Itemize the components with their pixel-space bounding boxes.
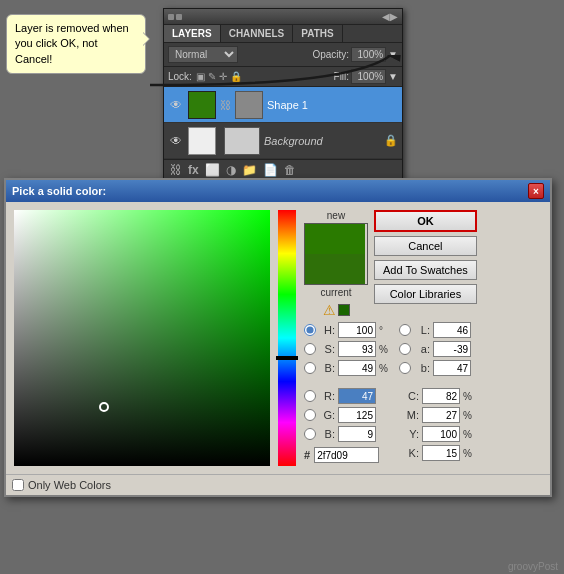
K-field-row: K: %: [399, 445, 475, 461]
new-group-icon[interactable]: 📁: [242, 163, 257, 177]
swatch-and-buttons: new current ⚠ OK Cancel Add To Swatches: [304, 210, 542, 318]
lock-paint-icon[interactable]: ✎: [208, 71, 216, 82]
web-colors-checkbox[interactable]: [12, 479, 24, 491]
eye-visibility-icon[interactable]: 👁: [168, 133, 184, 149]
B2-input[interactable]: [338, 426, 376, 442]
fill-arrow[interactable]: ▼: [388, 71, 398, 82]
b-radio[interactable]: [399, 362, 411, 374]
B-input[interactable]: [338, 360, 376, 376]
G-radio[interactable]: [304, 409, 316, 421]
Y-unit: %: [463, 429, 475, 440]
K-input[interactable]: [422, 445, 460, 461]
hex-row: #: [304, 447, 391, 463]
adjustment-icon[interactable]: ◑: [226, 163, 236, 177]
lock-row: Lock: ▣ ✎ ✛ 🔒 Fill: ▼: [164, 67, 402, 87]
C-input[interactable]: [422, 388, 460, 404]
warning-triangle-icon: ⚠: [323, 302, 336, 318]
titlebar-dot: [176, 14, 182, 20]
B2-field-row: B:: [304, 426, 391, 442]
layer-chain-icon: ⛓: [220, 99, 231, 111]
layer-thumbnail: [224, 127, 260, 155]
Y-input[interactable]: [422, 426, 460, 442]
lock-all-icon[interactable]: 🔒: [230, 71, 242, 82]
C-unit: %: [463, 391, 475, 402]
lock-move-icon[interactable]: ✛: [219, 71, 227, 82]
B2-radio[interactable]: [304, 428, 316, 440]
S-field-row: S: %: [304, 341, 391, 357]
a-radio[interactable]: [399, 343, 411, 355]
H-field-row: H: °: [304, 322, 391, 338]
L-input[interactable]: [433, 322, 471, 338]
add-mask-icon[interactable]: ⬜: [205, 163, 220, 177]
R-input[interactable]: [338, 388, 376, 404]
panel-collapse-icon[interactable]: ◀▶: [382, 11, 398, 22]
fx-icon[interactable]: fx: [188, 163, 199, 177]
B-radio[interactable]: [304, 362, 316, 374]
swatch-new-color[interactable]: [305, 224, 365, 254]
layers-tabs: LAYERS CHANNELS PATHS: [164, 25, 402, 43]
web-colors-label: Only Web Colors: [28, 479, 111, 491]
B2-label: B:: [319, 428, 335, 440]
color-gradient-picker[interactable]: [14, 210, 270, 466]
delete-layer-icon[interactable]: 🗑: [284, 163, 296, 177]
watermark: groovyPost: [508, 561, 558, 572]
action-buttons-column: OK Cancel Add To Swatches Color Librarie…: [374, 210, 477, 304]
G-label: G:: [319, 409, 335, 421]
R-radio[interactable]: [304, 390, 316, 402]
swatch-new-label: new: [304, 210, 368, 221]
dialog-titlebar: Pick a solid color: ×: [6, 180, 550, 202]
opacity-input[interactable]: [351, 47, 386, 62]
H-unit: °: [379, 325, 391, 336]
b-input[interactable]: [433, 360, 471, 376]
M-input[interactable]: [422, 407, 460, 423]
L-radio[interactable]: [399, 324, 411, 336]
M-field-row: M: %: [399, 407, 475, 423]
B-unit: %: [379, 363, 391, 374]
lab-cmyk-fields: L: a: b: C:: [399, 322, 475, 466]
table-row[interactable]: 👁 ⛓ Shape 1: [164, 87, 402, 123]
hue-slider-container[interactable]: [278, 210, 296, 466]
blend-mode-toolbar: Normal Opacity: ▼: [164, 43, 402, 67]
eye-visibility-icon[interactable]: 👁: [168, 97, 184, 113]
table-row[interactable]: 👁 Background 🔒: [164, 123, 402, 159]
add-to-swatches-button[interactable]: Add To Swatches: [374, 260, 477, 280]
H-radio[interactable]: [304, 324, 316, 336]
tab-paths[interactable]: PATHS: [293, 25, 342, 42]
G-input[interactable]: [338, 407, 376, 423]
panel-titlebar: ◀▶: [164, 9, 402, 25]
new-layer-icon[interactable]: 📄: [263, 163, 278, 177]
S-input[interactable]: [338, 341, 376, 357]
ok-button[interactable]: OK: [374, 210, 477, 232]
lock-icons: ▣ ✎ ✛ 🔒: [196, 71, 242, 82]
K-unit: %: [463, 448, 475, 459]
gamut-color-box[interactable]: [338, 304, 350, 316]
tab-layers[interactable]: LAYERS: [164, 25, 221, 42]
a-input[interactable]: [433, 341, 471, 357]
layer-thumbnail-bg: [188, 127, 216, 155]
hsb-rgb-fields: H: ° S: % B: %: [304, 322, 391, 466]
layer-thumbnail: [235, 91, 263, 119]
color-picker-dialog: Pick a solid color: × new cur: [4, 178, 552, 497]
a-label: a:: [414, 343, 430, 355]
titlebar-controls: [168, 14, 182, 20]
color-libraries-button[interactable]: Color Libraries: [374, 284, 477, 304]
b-field-row: b:: [399, 360, 475, 376]
dialog-close-button[interactable]: ×: [528, 183, 544, 199]
link-layers-icon[interactable]: ⛓: [170, 163, 182, 177]
tab-channels[interactable]: CHANNELS: [221, 25, 294, 42]
opacity-arrow[interactable]: ▼: [388, 49, 398, 60]
fill-input[interactable]: [351, 69, 386, 84]
layers-footer: ⛓ fx ⬜ ◑ 📁 📄 🗑: [164, 159, 402, 180]
blend-mode-select[interactable]: Normal: [168, 46, 238, 63]
layer-color-swatch: [188, 91, 216, 119]
lock-transparency-icon[interactable]: ▣: [196, 71, 205, 82]
H-input[interactable]: [338, 322, 376, 338]
hue-slider[interactable]: [278, 210, 296, 466]
cancel-button[interactable]: Cancel: [374, 236, 477, 256]
S-radio[interactable]: [304, 343, 316, 355]
K-label: K:: [399, 447, 419, 459]
swatch-current-color[interactable]: [305, 254, 365, 284]
layer-name-bg: Background: [264, 135, 380, 147]
fill-row: Fill: ▼: [334, 69, 398, 84]
hex-input[interactable]: [314, 447, 379, 463]
